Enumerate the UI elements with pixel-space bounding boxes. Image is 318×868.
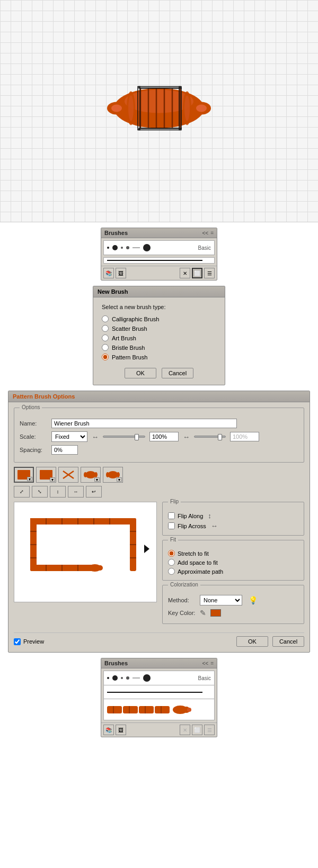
key-color-swatch[interactable]	[210, 609, 221, 617]
radio-art-input[interactable]	[102, 334, 109, 341]
library-btn[interactable]: 📚	[103, 268, 114, 278]
b-dot-3[interactable]	[126, 676, 129, 680]
radio-pattern[interactable]: Pattern Brush	[102, 354, 216, 360]
radio-scatter-input[interactable]	[102, 325, 109, 332]
scale-slider-2[interactable]	[194, 436, 226, 438]
scale-slider-1[interactable]	[103, 436, 145, 438]
scale-input-2[interactable]	[230, 432, 259, 441]
sub-btn-4[interactable]: ↔	[68, 486, 84, 498]
b-new-btn[interactable]: ⬜	[192, 725, 202, 735]
sub-btn-1[interactable]: ⤢	[14, 486, 30, 498]
menu-btn[interactable]: =	[210, 230, 214, 236]
sub-btn-5[interactable]: ↩	[86, 486, 102, 498]
info-icon[interactable]: 💡	[249, 596, 258, 604]
flip-across-checkbox[interactable]	[168, 522, 175, 529]
radio-calligraphic-input[interactable]	[102, 315, 109, 322]
tile-side-btn[interactable]: ▼	[14, 467, 34, 483]
b-line-thin[interactable]	[132, 677, 140, 679]
slider-track-2[interactable]	[194, 436, 226, 438]
b-dot-2[interactable]	[121, 677, 123, 679]
panel-controls[interactable]: << =	[202, 230, 214, 236]
brushes-row: Basic	[103, 240, 215, 255]
svg-rect-57	[155, 706, 170, 713]
spacing-input[interactable]	[51, 445, 78, 455]
brush-dot-tiny[interactable]	[107, 247, 109, 249]
brush-line-thin[interactable]	[132, 247, 140, 248]
sub-btn-3[interactable]: ↕	[50, 486, 66, 498]
approx-label: Approximate path	[178, 568, 223, 575]
import-btn[interactable]: 🖼	[116, 268, 126, 278]
sub-btn-2[interactable]: ⤡	[32, 486, 48, 498]
svg-point-30	[106, 472, 109, 477]
brush-dot-small[interactable]	[112, 245, 118, 250]
tile-start-btn[interactable]: ▼	[81, 467, 101, 483]
preview-checkbox-row[interactable]: Preview	[14, 638, 44, 645]
name-input[interactable]	[51, 419, 237, 428]
panel-bottom-controls[interactable]: << =	[202, 661, 214, 666]
wiener-brush-preview	[106, 701, 201, 719]
tile-outer-corner-btn[interactable]: ▼	[36, 467, 56, 483]
approx-path-row[interactable]: Approximate path	[168, 568, 298, 575]
method-select[interactable]: None Tints Tints and Shades Hue Shift	[200, 595, 242, 605]
scale-icon-left: ↔	[92, 433, 99, 441]
bottom-menu-btn[interactable]: =	[210, 661, 214, 666]
flip-along-label: Flip Along	[178, 513, 203, 519]
b-import-btn[interactable]: 🖼	[116, 725, 126, 735]
b-options-btn[interactable]: ☰	[204, 725, 215, 735]
brushes-title: Brushes	[104, 230, 128, 236]
radio-bristle-input[interactable]	[102, 344, 109, 351]
brushes-bottom-row-1: Basic	[103, 671, 215, 685]
fit-section: Fit Stretch to fit Add space to fit Appr…	[162, 540, 304, 581]
preview-svg	[14, 502, 157, 602]
brush-dot-2[interactable]	[121, 247, 123, 249]
collapse-btn[interactable]: <<	[202, 230, 208, 236]
brush-dot-3[interactable]	[126, 246, 129, 249]
preview-checkbox[interactable]	[14, 638, 21, 645]
radio-bristle[interactable]: Bristle Brush	[102, 344, 216, 351]
add-space-row[interactable]: Add space to fit	[168, 559, 298, 566]
new-brush-cancel[interactable]: Cancel	[162, 368, 193, 378]
options-group: Options Name: Scale: Fixed Random ↔	[14, 408, 304, 463]
scale-type-select[interactable]: Fixed Random	[51, 431, 87, 442]
new-brush-ok[interactable]: OK	[125, 368, 156, 378]
b-dot-tiny[interactable]	[107, 677, 109, 679]
pbo-cancel-btn[interactable]: Cancel	[272, 636, 304, 647]
tile-end-btn[interactable]: ▼	[103, 467, 123, 483]
pattern-brush-panel: Pattern Brush Options Options Name: Scal…	[8, 391, 310, 653]
b-dot-small[interactable]	[112, 675, 118, 681]
radio-pattern-input[interactable]	[102, 354, 109, 360]
scale-input-1[interactable]	[149, 432, 179, 441]
stretch-to-fit-row[interactable]: Stretch to fit	[168, 550, 298, 557]
new-brush-btn[interactable]: ⬜	[192, 268, 202, 278]
brush-type-question: Select a new brush type:	[102, 304, 216, 310]
key-color-label: Key Color:	[168, 610, 196, 616]
b-library-btn[interactable]: 📚	[103, 725, 114, 735]
slider-track-1[interactable]	[103, 436, 145, 438]
flip-along-row[interactable]: Flip Along ↕	[168, 512, 298, 520]
radio-scatter[interactable]: Scatter Brush	[102, 325, 216, 332]
slider-thumb-1[interactable]	[135, 434, 139, 440]
spacing-label: Spacing:	[20, 447, 47, 453]
brush-dot-large[interactable]	[143, 244, 151, 251]
options-btn[interactable]: ☰	[204, 268, 215, 278]
flip-along-checkbox[interactable]	[168, 512, 175, 519]
radio-art[interactable]: Art Brush	[102, 334, 216, 341]
bottom-collapse-btn[interactable]: <<	[202, 661, 208, 666]
brushes-bottom-content: Basic	[101, 668, 217, 722]
pbo-ok-btn[interactable]: OK	[236, 636, 268, 647]
slider-thumb-2[interactable]	[218, 434, 222, 440]
brushes-panel-bottom: Brushes << = Basic	[101, 658, 217, 737]
b-dot-large[interactable]	[143, 674, 151, 682]
eyedropper-icon[interactable]: ✎	[200, 609, 206, 617]
flip-across-row[interactable]: Flip Across ↔	[168, 522, 298, 530]
b-delete-btn[interactable]: ✕	[180, 725, 190, 735]
add-space-radio[interactable]	[168, 559, 175, 566]
radio-calligraphic[interactable]: Calligraphic Brush	[102, 315, 216, 322]
brushes-bottom-wiener-row[interactable]	[103, 699, 215, 720]
method-label: Method:	[168, 597, 196, 603]
approx-radio[interactable]	[168, 568, 175, 575]
delete-btn[interactable]: ✕	[180, 268, 190, 278]
tile-x-btn[interactable]	[58, 467, 78, 483]
svg-rect-37	[30, 518, 37, 525]
stretch-radio[interactable]	[168, 550, 175, 557]
